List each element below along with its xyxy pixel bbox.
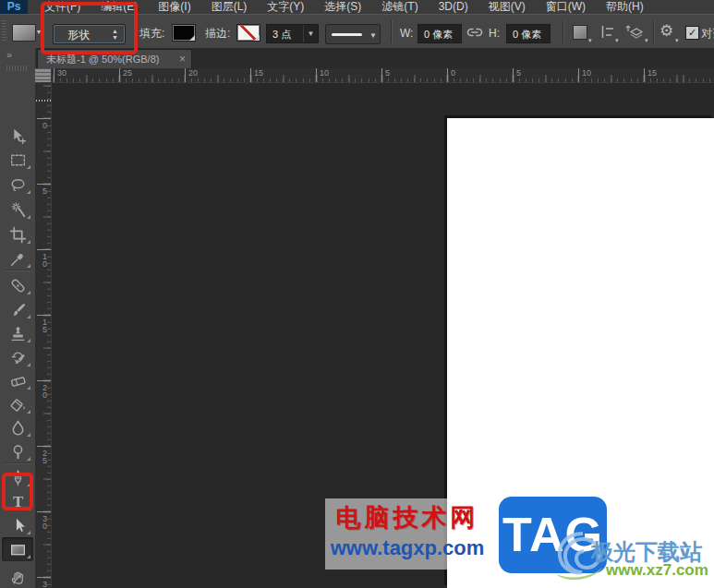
tool-eyedropper[interactable] [2, 246, 33, 270]
vertical-ruler[interactable]: 051 01 52 02 53 03 5 [35, 83, 52, 588]
rectangle-tool-icon [8, 540, 28, 559]
ruler-label: 0 [42, 122, 47, 129]
tools-panel: » T ⇄ [0, 48, 36, 588]
tool-mode-value: 形状 [67, 29, 90, 42]
ruler-major-tick [37, 511, 51, 512]
tool-eraser[interactable] [2, 368, 33, 392]
photoshop-logo: Ps [0, 0, 28, 14]
menu-item[interactable]: 滤镜(T) [371, 0, 428, 14]
menu-item[interactable]: 窗口(W) [536, 0, 596, 14]
svg-text:T: T [12, 493, 22, 510]
tool-history-brush[interactable] [2, 345, 33, 369]
watermark-tagxp: 电脑技术网 www.tagxp.com [325, 498, 490, 570]
path-arrangement-icon[interactable] [624, 23, 647, 44]
height-input[interactable]: 0 像素 [506, 24, 551, 43]
menu-item[interactable]: 图层(L) [201, 0, 258, 14]
ruler-major-tick [447, 68, 448, 82]
gear-icon[interactable]: ⚙ [660, 23, 673, 40]
tool-blur[interactable] [2, 415, 33, 439]
stroke-width-dropdown-arrow[interactable]: ▼ [303, 25, 318, 42]
tools-panel-grip[interactable] [6, 66, 29, 71]
ruler-origin-box[interactable] [35, 68, 52, 83]
align-edges-checkbox[interactable]: ✓ [685, 26, 699, 40]
menu-item[interactable]: 文字(Y) [257, 0, 314, 14]
tool-mode-select[interactable]: 形状 ▲▼ [53, 24, 126, 44]
tool-magic-wand[interactable] [2, 198, 33, 222]
path-alignment-icon[interactable] [599, 24, 617, 43]
separator [563, 20, 564, 43]
tool-hand[interactable] [2, 565, 33, 588]
magic-wand-icon [8, 200, 28, 220]
tool-crop[interactable] [2, 222, 33, 246]
stroke-style-dropdown[interactable]: ▼ [325, 24, 381, 44]
document-tab[interactable]: 未标题-1 @ 50%(RGB/8) × [37, 49, 192, 68]
path-alignment-dropdown-arrow: ▾ [615, 37, 619, 44]
menu-item[interactable]: 图像(I) [148, 0, 200, 14]
menu-item[interactable]: 3D(D) [429, 0, 478, 14]
tool-paint-bucket[interactable] [2, 392, 33, 416]
path-selection-icon [8, 516, 28, 535]
ruler-label: 5 [516, 69, 521, 78]
ruler-label: 3 0 [42, 515, 47, 530]
stroke-width-field[interactable]: 3 点 ▼ [266, 24, 319, 43]
tool-brush[interactable] [2, 297, 33, 321]
watermark-xz7-url: www.xz7.com [606, 561, 708, 580]
horizontal-ruler[interactable]: 30252015105051015 [52, 68, 714, 83]
ruler-label: 10 [582, 69, 591, 78]
ruler-major-tick [37, 184, 51, 185]
move-tool-icon [8, 126, 28, 146]
ruler-major-tick [381, 68, 382, 82]
path-operations-icon[interactable] [573, 25, 587, 40]
fill-color-swatch[interactable] [172, 24, 196, 42]
tool-pen[interactable] [2, 465, 33, 489]
tool-rectangle[interactable] [2, 537, 33, 561]
tool-path-selection[interactable] [2, 513, 33, 537]
link-dimensions-icon[interactable] [466, 26, 484, 42]
ruler-label: 0 [451, 69, 455, 78]
menu-item[interactable]: 编辑(E) [91, 0, 148, 14]
width-input[interactable]: 0 像素 [418, 24, 462, 43]
document-tab-bar: 未标题-1 @ 50%(RGB/8) × [35, 48, 714, 68]
collapse-panel-icon[interactable]: » [6, 49, 11, 60]
separator [653, 20, 655, 43]
rectangle-preset-icon[interactable] [12, 24, 36, 42]
path-operations-dropdown-arrow: ▾ [588, 37, 592, 44]
ruler-major-tick [37, 380, 51, 381]
brush-icon [8, 300, 28, 319]
options-bar-grip[interactable] [2, 20, 6, 42]
ruler-label: 25 [123, 69, 132, 78]
menu-item[interactable]: 帮助(H) [596, 0, 654, 14]
ruler-label: 15 [254, 69, 263, 78]
stroke-color-swatch[interactable] [236, 24, 260, 42]
healing-brush-icon [8, 276, 28, 295]
preset-dropdown-arrow[interactable]: ▾ [37, 29, 41, 36]
ruler-label: 2 0 [42, 384, 47, 399]
height-label: H: [489, 27, 500, 40]
tool-type[interactable]: T [2, 489, 33, 513]
tab-close-icon[interactable]: × [179, 50, 186, 68]
tool-clone-stamp[interactable] [2, 321, 33, 345]
dodge-icon [8, 442, 28, 462]
marquee-icon [8, 150, 28, 170]
tool-lasso[interactable] [2, 173, 33, 197]
tool-healing-brush[interactable] [2, 273, 33, 297]
ruler-label: 2 5 [42, 450, 47, 464]
tool-dodge[interactable] [2, 439, 33, 463]
separator [391, 20, 393, 43]
menu-bar: Ps 文件(F)编辑(E)图像(I)图层(L)文字(Y)选择(S)滤镜(T)3D… [0, 0, 714, 15]
blur-icon [8, 418, 28, 438]
ruler-label: 30 [57, 69, 67, 78]
tool-separator [5, 270, 30, 271]
stroke-style-preview [332, 33, 362, 36]
stroke-width-value: 3 点 [272, 29, 291, 40]
tool-move[interactable] [2, 124, 33, 148]
crop-icon [8, 225, 28, 245]
width-label: W: [400, 27, 413, 40]
ruler-label: 20 [188, 69, 198, 78]
menu-item[interactable]: 选择(S) [314, 0, 371, 14]
watermark-tagxp-title: 电脑技术网 [325, 501, 490, 534]
tool-rectangular-marquee[interactable] [2, 148, 33, 172]
menu-item[interactable]: 视图(V) [478, 0, 536, 14]
menu-item[interactable]: 文件(F) [34, 0, 91, 14]
gear-dropdown-arrow: ▾ [675, 37, 679, 44]
